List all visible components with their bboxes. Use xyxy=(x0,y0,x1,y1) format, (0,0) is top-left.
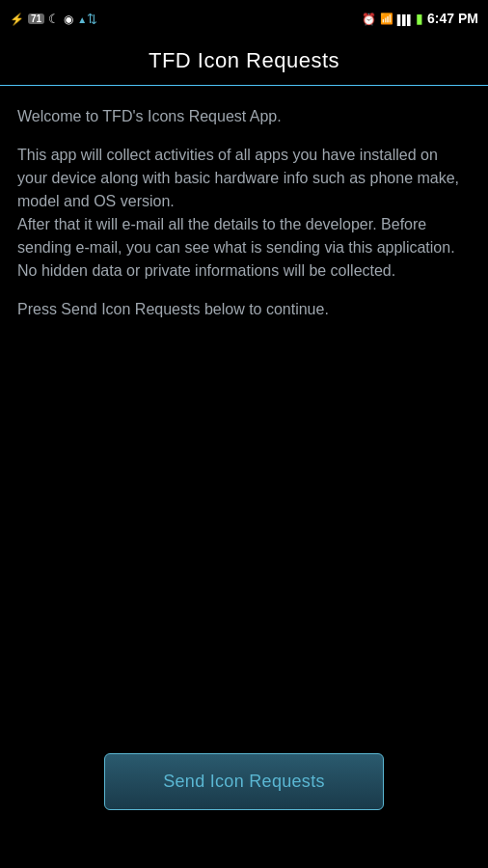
status-bar: 71 ⇅ 📶 6:47 PM xyxy=(0,0,488,37)
status-time: 6:47 PM xyxy=(427,11,478,26)
usb-icon xyxy=(10,12,24,26)
send-icon-requests-button[interactable]: Send Icon Requests xyxy=(104,753,384,810)
battery-icon xyxy=(416,11,423,26)
status-bar-right: 📶 6:47 PM xyxy=(362,11,478,26)
press-instruction-text: Press Send Icon Requests below to contin… xyxy=(17,298,471,321)
app-title: TFD Icon Requests xyxy=(0,48,488,73)
description-text: This app will collect activities of all … xyxy=(17,144,471,283)
notification-badge: 71 xyxy=(28,14,44,24)
welcome-text: Welcome to TFD's Icons Request App. xyxy=(17,105,471,128)
moon-icon xyxy=(48,12,60,26)
status-bar-left: 71 ⇅ xyxy=(10,12,97,26)
signal-icon xyxy=(397,12,412,26)
title-bar: TFD Icon Requests xyxy=(0,37,488,86)
wifi-icon: 📶 xyxy=(380,13,393,25)
button-container: Send Icon Requests xyxy=(0,753,488,810)
main-content: Welcome to TFD's Icons Request App. This… xyxy=(0,86,488,340)
face-icon xyxy=(64,12,73,26)
wifi-arrows-icon: ⇅ xyxy=(77,12,97,26)
alarm-icon xyxy=(362,12,376,26)
